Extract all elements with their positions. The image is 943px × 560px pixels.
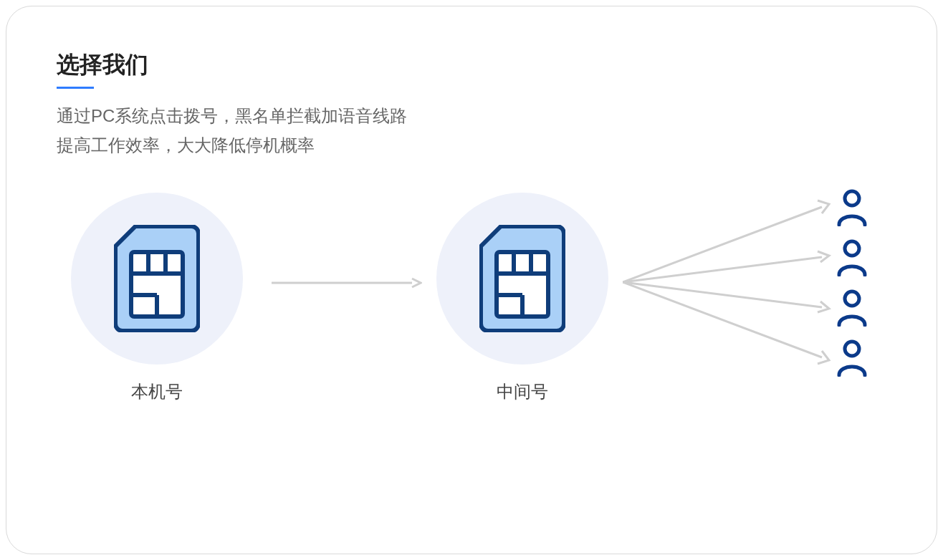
section-title: 选择我们 bbox=[57, 49, 886, 81]
svg-line-15 bbox=[623, 282, 822, 307]
info-card: 选择我们 通过PC系统点击拨号，黑名单拦截加语音线路 提高工作效率，大大降低停机… bbox=[6, 6, 937, 554]
title-underline bbox=[57, 87, 94, 89]
svg-point-18 bbox=[845, 241, 859, 256]
desc-line: 提高工作效率，大大降低停机概率 bbox=[57, 131, 886, 160]
svg-line-16 bbox=[623, 282, 822, 357]
sim-circle bbox=[436, 193, 608, 365]
svg-point-20 bbox=[845, 342, 859, 356]
people-column bbox=[836, 189, 868, 377]
svg-point-17 bbox=[845, 191, 859, 206]
desc-line: 通过PC系统点击拨号，黑名单拦截加语音线路 bbox=[57, 102, 886, 131]
description: 通过PC系统点击拨号，黑名单拦截加语音线路 提高工作效率，大大降低停机概率 bbox=[57, 102, 886, 160]
local-sim-label: 本机号 bbox=[131, 380, 183, 403]
person-icon bbox=[836, 239, 868, 276]
middle-sim-label: 中间号 bbox=[497, 380, 548, 403]
sim-card-icon bbox=[479, 225, 565, 332]
svg-line-14 bbox=[623, 257, 822, 282]
local-sim-block: 本机号 bbox=[71, 193, 243, 403]
person-icon bbox=[836, 339, 868, 377]
svg-line-13 bbox=[623, 207, 822, 282]
fanout-arrows-icon bbox=[623, 189, 838, 375]
flow-diagram: 本机号 bbox=[57, 193, 886, 450]
person-icon bbox=[836, 289, 868, 327]
sim-circle bbox=[71, 193, 243, 365]
middle-sim-block: 中间号 bbox=[436, 193, 608, 403]
arrow-icon bbox=[272, 277, 422, 289]
person-icon bbox=[836, 189, 868, 226]
svg-point-19 bbox=[845, 291, 859, 306]
sim-card-icon bbox=[114, 225, 200, 332]
